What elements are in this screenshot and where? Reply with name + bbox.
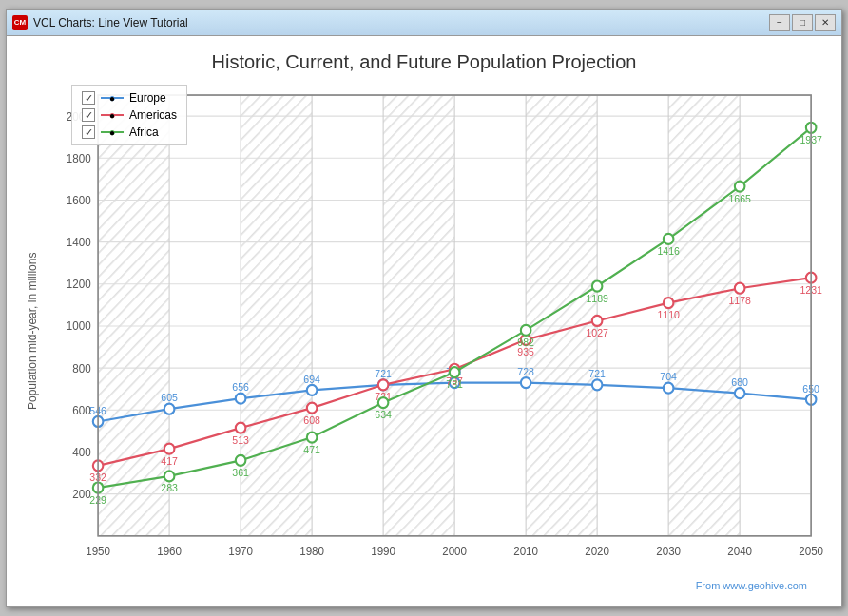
svg-text:1800: 1800 xyxy=(67,151,91,164)
svg-text:400: 400 xyxy=(72,446,91,459)
americas-point-1970[interactable] xyxy=(236,423,246,433)
svg-text:2040: 2040 xyxy=(727,544,752,557)
svg-text:1960: 1960 xyxy=(157,544,182,557)
svg-text:2000: 2000 xyxy=(442,544,467,557)
svg-text:1400: 1400 xyxy=(67,236,91,249)
svg-text:781: 781 xyxy=(446,378,463,390)
legend-label-africa: Africa xyxy=(129,125,159,139)
africa-point-1990[interactable] xyxy=(378,397,389,408)
europe-point-2040[interactable] xyxy=(735,388,745,398)
svg-text:1110: 1110 xyxy=(657,309,679,320)
africa-point-1970[interactable] xyxy=(236,455,246,466)
svg-text:1600: 1600 xyxy=(67,194,91,207)
svg-rect-2 xyxy=(98,95,169,536)
svg-text:680: 680 xyxy=(731,376,748,388)
legend-line-europe: ● xyxy=(101,97,124,99)
svg-text:721: 721 xyxy=(588,368,606,379)
y-axis-label: Population mid-year, in millions xyxy=(22,85,43,578)
chart-legend: ● Europe ● Americas ● xyxy=(71,85,187,145)
svg-text:1027: 1027 xyxy=(586,327,607,338)
legend-checkbox-europe[interactable] xyxy=(82,91,95,105)
window-title: VCL Charts: Line View Tutorial xyxy=(33,16,769,29)
chart-area: Population mid-year, in millions ● Europ… xyxy=(22,85,826,578)
svg-text:1950: 1950 xyxy=(86,544,110,557)
legend-item-americas[interactable]: ● Americas xyxy=(82,108,177,122)
svg-text:2010: 2010 xyxy=(513,544,538,557)
americas-point-1960[interactable] xyxy=(164,444,175,454)
chart-container: Historic, Current, and Future Population… xyxy=(7,36,841,606)
americas-point-2040[interactable] xyxy=(735,283,745,294)
svg-text:1416: 1416 xyxy=(657,245,679,257)
europe-point-2010[interactable] xyxy=(521,377,531,388)
legend-item-europe[interactable]: ● Europe xyxy=(82,91,177,105)
europe-point-1970[interactable] xyxy=(236,394,246,404)
svg-text:1980: 1980 xyxy=(299,544,324,557)
svg-text:2030: 2030 xyxy=(656,544,681,557)
americas-point-2030[interactable] xyxy=(664,298,674,308)
svg-text:728: 728 xyxy=(517,366,534,377)
svg-rect-4 xyxy=(383,95,454,536)
europe-point-2030[interactable] xyxy=(664,383,674,394)
svg-text:694: 694 xyxy=(303,373,320,384)
window-controls: − □ ✕ xyxy=(769,14,836,31)
svg-text:361: 361 xyxy=(232,467,249,478)
svg-text:1178: 1178 xyxy=(728,295,750,306)
svg-text:2020: 2020 xyxy=(585,544,609,557)
svg-text:1000: 1000 xyxy=(67,319,91,333)
legend-line-africa: ● xyxy=(101,131,124,133)
svg-text:513: 513 xyxy=(232,433,249,445)
africa-point-1960[interactable] xyxy=(164,471,175,481)
svg-rect-5 xyxy=(526,95,597,536)
svg-text:1189: 1189 xyxy=(586,292,607,303)
title-bar: CM VCL Charts: Line View Tutorial − □ ✕ xyxy=(7,10,841,36)
chart-svg: 200 400 600 800 1000 1200 1400 1600 1800… xyxy=(43,85,826,578)
app-icon: CM xyxy=(12,15,28,30)
main-window: CM VCL Charts: Line View Tutorial − □ ✕ … xyxy=(6,9,842,607)
americas-point-2020[interactable] xyxy=(592,316,603,326)
svg-text:608: 608 xyxy=(303,414,320,425)
svg-text:600: 600 xyxy=(72,403,91,416)
svg-text:1970: 1970 xyxy=(228,544,253,557)
svg-text:656: 656 xyxy=(232,381,249,393)
europe-point-1980[interactable] xyxy=(307,385,318,395)
legend-line-americas: ● xyxy=(101,114,124,116)
minimize-button[interactable]: − xyxy=(769,14,790,31)
africa-point-2000[interactable] xyxy=(450,367,460,377)
europe-point-2020[interactable] xyxy=(592,379,603,390)
svg-rect-3 xyxy=(241,95,312,536)
svg-text:200: 200 xyxy=(72,488,91,501)
svg-text:417: 417 xyxy=(161,455,178,467)
africa-point-1980[interactable] xyxy=(307,433,318,443)
svg-text:982: 982 xyxy=(517,337,534,348)
legend-checkbox-americas[interactable] xyxy=(82,108,95,122)
source-attribution: From www.geohive.com xyxy=(22,580,826,591)
svg-text:634: 634 xyxy=(375,409,392,420)
americas-point-1980[interactable] xyxy=(307,403,318,414)
svg-text:800: 800 xyxy=(72,361,91,375)
close-button[interactable]: ✕ xyxy=(815,14,836,31)
svg-text:1665: 1665 xyxy=(728,192,750,203)
africa-point-2020[interactable] xyxy=(592,280,603,291)
legend-label-europe: Europe xyxy=(129,91,166,105)
maximize-button[interactable]: □ xyxy=(792,14,813,31)
africa-point-2040[interactable] xyxy=(735,182,745,192)
svg-text:704: 704 xyxy=(660,371,677,382)
svg-text:471: 471 xyxy=(303,443,320,454)
americas-point-1990[interactable] xyxy=(378,379,389,390)
africa-point-2030[interactable] xyxy=(664,234,674,244)
legend-item-africa[interactable]: ● Africa xyxy=(82,125,177,139)
legend-label-americas: Americas xyxy=(129,108,177,122)
svg-text:283: 283 xyxy=(161,482,178,493)
chart-title: Historic, Current, and Future Population… xyxy=(22,51,826,73)
svg-text:605: 605 xyxy=(161,392,178,403)
svg-text:1200: 1200 xyxy=(67,278,91,291)
svg-text:2050: 2050 xyxy=(799,544,823,557)
legend-checkbox-africa[interactable] xyxy=(82,125,95,139)
europe-point-1960[interactable] xyxy=(164,404,175,414)
africa-point-2010[interactable] xyxy=(521,325,531,336)
svg-text:721: 721 xyxy=(375,368,392,379)
svg-text:1990: 1990 xyxy=(371,544,395,557)
